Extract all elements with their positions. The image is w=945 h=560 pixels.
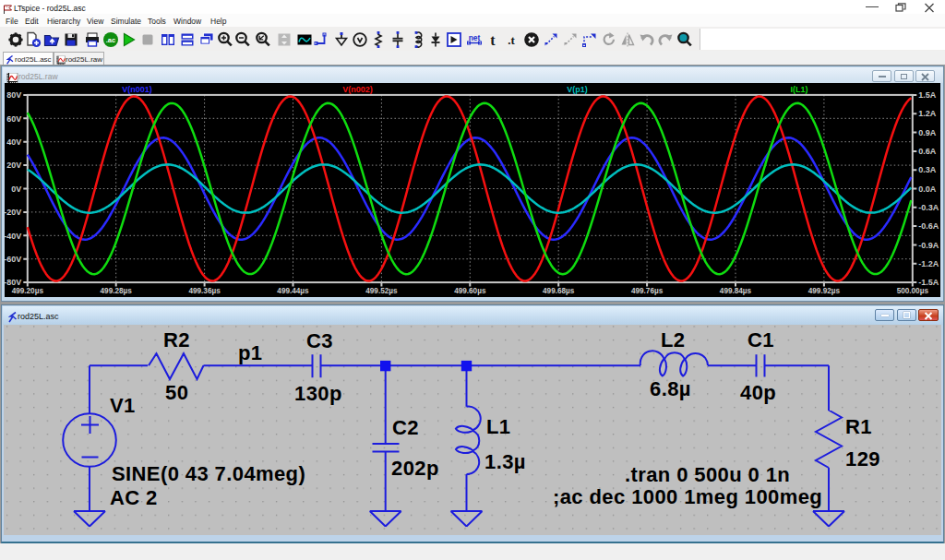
svg-text:p1: p1 xyxy=(238,341,262,364)
svg-text:202p: 202p xyxy=(391,457,439,480)
svg-text:129: 129 xyxy=(845,447,880,471)
svg-text:C1: C1 xyxy=(748,328,774,351)
svg-text:I(L1): I(L1) xyxy=(791,85,808,94)
svg-text:R2: R2 xyxy=(163,328,190,351)
svg-text:80V: 80V xyxy=(6,90,21,100)
svg-text:499.68µs: 499.68µs xyxy=(543,287,575,295)
svg-text:V(n001): V(n001) xyxy=(122,85,152,94)
svg-text:500.00µs: 500.00µs xyxy=(897,287,929,295)
svg-text:-0.3A: -0.3A xyxy=(918,203,939,212)
svg-text:R1: R1 xyxy=(845,415,872,438)
svg-text:.t: .t xyxy=(508,33,515,47)
svg-text:-40V: -40V xyxy=(5,232,21,241)
svg-text:-0.9A: -0.9A xyxy=(918,241,939,250)
svg-text:0.0A: 0.0A xyxy=(918,185,937,194)
svg-text:60V: 60V xyxy=(6,114,21,124)
svg-text:0.9A: 0.9A xyxy=(918,128,937,137)
svg-text:1.3µ: 1.3µ xyxy=(484,450,526,473)
svg-text:499.92µs: 499.92µs xyxy=(808,287,841,295)
svg-text:V(n002): V(n002) xyxy=(342,85,373,94)
svg-text:499.60µs: 499.60µs xyxy=(454,287,486,295)
svg-text:-1.2A: -1.2A xyxy=(918,259,939,268)
svg-text:499.36µs: 499.36µs xyxy=(188,287,221,295)
svg-text:499.28µs: 499.28µs xyxy=(101,287,133,295)
svg-text:C2: C2 xyxy=(392,416,419,439)
svg-text:SINE(0 43 7.04meg): SINE(0 43 7.04meg) xyxy=(112,462,305,485)
svg-text:;ac dec 1000 1meg 100meg: ;ac dec 1000 1meg 100meg xyxy=(553,485,822,508)
svg-text:6.8µ: 6.8µ xyxy=(650,377,691,400)
svg-text:1.2A: 1.2A xyxy=(918,109,937,118)
svg-text:.ac: .ac xyxy=(106,36,115,44)
svg-text:40V: 40V xyxy=(6,137,21,147)
svg-text:499.44µs: 499.44µs xyxy=(277,287,309,295)
svg-text:L2: L2 xyxy=(661,328,685,351)
svg-text:50: 50 xyxy=(165,381,188,404)
svg-text:.tran 0 500u 0 1n: .tran 0 500u 0 1n xyxy=(625,463,790,486)
svg-text:V1: V1 xyxy=(110,394,136,417)
svg-text:0V: 0V xyxy=(11,185,21,194)
svg-text:t: t xyxy=(490,32,496,48)
svg-text:L1: L1 xyxy=(486,415,510,438)
svg-text:1.5A: 1.5A xyxy=(918,90,937,100)
svg-text:-20V: -20V xyxy=(5,208,21,217)
svg-text:499.20µs: 499.20µs xyxy=(12,287,44,295)
svg-text:0.6A: 0.6A xyxy=(918,147,937,156)
svg-text:499.52µs: 499.52µs xyxy=(365,287,398,295)
svg-text:-60V: -60V xyxy=(5,255,21,264)
svg-text:C3: C3 xyxy=(306,329,333,352)
svg-text:0.3A: 0.3A xyxy=(918,165,937,174)
svg-text:20V: 20V xyxy=(6,161,21,170)
svg-text:499.76µs: 499.76µs xyxy=(631,287,664,295)
svg-text:-0.6A: -0.6A xyxy=(918,221,939,231)
svg-text:40p: 40p xyxy=(740,381,776,404)
svg-text:130p: 130p xyxy=(294,382,342,405)
svg-text:AC 2: AC 2 xyxy=(110,486,158,509)
svg-text:V(p1): V(p1) xyxy=(567,85,588,94)
svg-text:499.84µs: 499.84µs xyxy=(720,287,752,295)
